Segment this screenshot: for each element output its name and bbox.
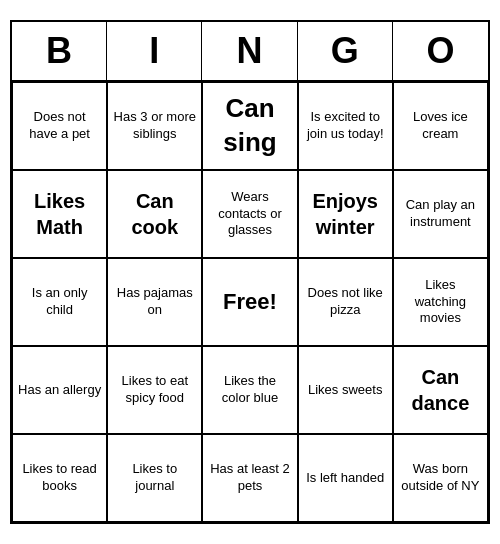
bingo-cell: Enjoys winter — [298, 170, 393, 258]
bingo-cell: Likes to read books — [12, 434, 107, 522]
bingo-cell: Can sing — [202, 82, 297, 170]
bingo-cell: Can play an instrument — [393, 170, 488, 258]
cell-text: Free! — [223, 289, 277, 315]
cell-text: Can dance — [399, 364, 482, 416]
bingo-cell: Was born outside of NY — [393, 434, 488, 522]
bingo-cell: Can dance — [393, 346, 488, 434]
bingo-cell: Can cook — [107, 170, 202, 258]
bingo-cell: Is left handed — [298, 434, 393, 522]
bingo-cell: Does not have a pet — [12, 82, 107, 170]
bingo-cell: Free! — [202, 258, 297, 346]
cell-text: Likes watching movies — [399, 277, 482, 328]
cell-text: Can cook — [113, 188, 196, 240]
cell-text: Wears contacts or glasses — [208, 189, 291, 240]
bingo-cell: Likes the color blue — [202, 346, 297, 434]
bingo-cell: Has an allergy — [12, 346, 107, 434]
bingo-cell: Likes watching movies — [393, 258, 488, 346]
cell-text: Likes Math — [18, 188, 101, 240]
cell-text: Does not have a pet — [18, 109, 101, 143]
bingo-cell: Loves ice cream — [393, 82, 488, 170]
header-letter: O — [393, 22, 488, 80]
cell-text: Can play an instrument — [399, 197, 482, 231]
cell-text: Likes to read books — [18, 461, 101, 495]
cell-text: Likes to journal — [113, 461, 196, 495]
header-letter: B — [12, 22, 107, 80]
cell-text: Is excited to join us today! — [304, 109, 387, 143]
bingo-cell: Wears contacts or glasses — [202, 170, 297, 258]
bingo-cell: Has 3 or more siblings — [107, 82, 202, 170]
bingo-cell: Likes to journal — [107, 434, 202, 522]
bingo-cell: Is an only child — [12, 258, 107, 346]
cell-text: Is left handed — [306, 470, 384, 487]
bingo-cell: Likes Math — [12, 170, 107, 258]
cell-text: Has 3 or more siblings — [113, 109, 196, 143]
header-letter: N — [202, 22, 297, 80]
cell-text: Likes sweets — [308, 382, 382, 399]
cell-text: Does not like pizza — [304, 285, 387, 319]
header-letter: G — [298, 22, 393, 80]
cell-text: Has an allergy — [18, 382, 101, 399]
cell-text: Is an only child — [18, 285, 101, 319]
bingo-cell: Does not like pizza — [298, 258, 393, 346]
bingo-header: BINGO — [12, 22, 488, 82]
cell-text: Likes to eat spicy food — [113, 373, 196, 407]
bingo-cell: Is excited to join us today! — [298, 82, 393, 170]
cell-text: Was born outside of NY — [399, 461, 482, 495]
bingo-cell: Has at least 2 pets — [202, 434, 297, 522]
bingo-card: BINGO Does not have a petHas 3 or more s… — [10, 20, 490, 524]
cell-text: Has pajamas on — [113, 285, 196, 319]
cell-text: Enjoys winter — [304, 188, 387, 240]
header-letter: I — [107, 22, 202, 80]
bingo-grid: Does not have a petHas 3 or more sibling… — [12, 82, 488, 522]
cell-text: Loves ice cream — [399, 109, 482, 143]
bingo-cell: Likes sweets — [298, 346, 393, 434]
bingo-cell: Likes to eat spicy food — [107, 346, 202, 434]
bingo-cell: Has pajamas on — [107, 258, 202, 346]
cell-text: Can sing — [208, 92, 291, 160]
cell-text: Has at least 2 pets — [208, 461, 291, 495]
cell-text: Likes the color blue — [208, 373, 291, 407]
